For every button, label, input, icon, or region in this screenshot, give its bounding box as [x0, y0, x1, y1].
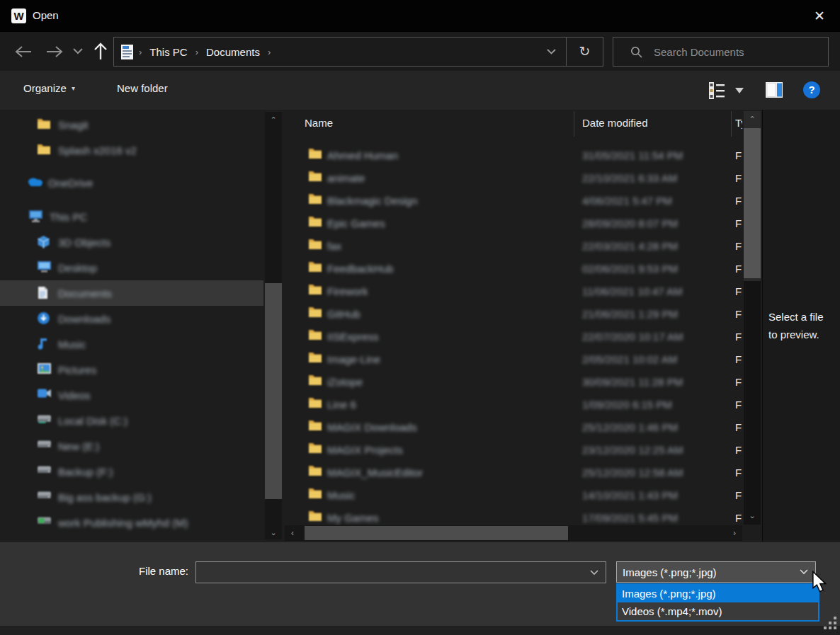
sidebar-item-label: 3D Objects — [58, 236, 110, 248]
file-row[interactable]: Epic Games28/09/2020 8:07 PMFile folder — [285, 212, 742, 235]
column-header-date-modified[interactable]: Date modified — [582, 117, 648, 129]
file-row[interactable]: Firework11/06/2021 10:47 AMFile folder — [285, 280, 742, 303]
preview-pane: Select a file to preview. — [762, 110, 840, 542]
file-row[interactable]: fax22/03/2021 4:28 PMFile folder — [285, 235, 742, 258]
file-row[interactable]: Ahmed Human31/05/2021 11:54 PMFile folde… — [285, 144, 742, 167]
sidebar-item-new-e[interactable]: New (E:) — [0, 433, 263, 459]
sidebar-item-this-pc[interactable]: This PC — [0, 204, 263, 229]
forward-icon[interactable] — [45, 44, 64, 59]
search-placeholder: Search Documents — [654, 46, 744, 58]
breadcrumb-this-pc[interactable]: This PC — [147, 46, 190, 58]
sidebar-scrollbar[interactable]: ⌃ ⌄ — [265, 112, 282, 539]
file-row[interactable]: Music14/10/2021 1:43 PMFile folder — [285, 484, 742, 507]
sidebar-item-documents[interactable]: Documents — [0, 280, 263, 306]
file-type-option[interactable]: Images (*.png;*.jpg) — [618, 585, 818, 602]
folder-icon — [308, 487, 322, 500]
type-cell: File folder — [735, 172, 742, 184]
type-cell: File folder — [735, 512, 742, 524]
help-icon[interactable]: ? — [803, 81, 820, 98]
file-name-cell: MAGIX_MusicEditor — [327, 467, 423, 479]
sidebar-scrollbar-thumb[interactable] — [265, 283, 282, 499]
sidebar-item-splash-x2016-v2[interactable]: Splash x2016 v2 — [0, 137, 263, 163]
up-icon[interactable] — [93, 42, 108, 57]
back-icon[interactable] — [14, 44, 33, 59]
date-modified-cell: 25/12/2020 12:58 AM — [582, 467, 683, 479]
organize-button[interactable]: Organize▾ — [23, 82, 75, 94]
views-caret-icon[interactable] — [735, 88, 744, 93]
sidebar-item-local-disk-c[interactable]: Local Disk (C:) — [0, 408, 263, 433]
sidebar-item-onedrive[interactable]: OneDrive — [0, 170, 263, 195]
horizontal-scrollbar[interactable]: ‹ › — [285, 525, 742, 541]
file-name-cell: FeedbackHub — [327, 263, 393, 275]
type-cell: File folder — [735, 149, 742, 161]
command-toolbar: Organize▾ New folder ? — [0, 71, 840, 110]
sidebar-item-label: Pictures — [58, 364, 96, 376]
scroll-down-icon[interactable]: ⌄ — [744, 509, 761, 522]
sidebar-item-label: Documents — [58, 287, 112, 299]
sidebar-item-label: Splash x2016 v2 — [58, 144, 137, 156]
horizontal-scrollbar-thumb[interactable] — [305, 526, 568, 540]
file-name-input[interactable] — [195, 561, 606, 583]
folder-tree-sidebar: SnagitSplash x2016 v2OneDriveThis PC3D O… — [0, 110, 283, 542]
sidebar-item-desktop[interactable]: Desktop — [0, 255, 263, 280]
address-dropdown-chevron-icon[interactable] — [547, 49, 556, 55]
date-modified-cell: 31/05/2021 11:54 PM — [582, 149, 683, 161]
breadcrumb-chevron-icon: › — [191, 47, 203, 57]
file-row[interactable]: FeedbackHub02/06/2021 9:53 PMFile folder — [285, 258, 742, 280]
sidebar-item-3d-objects[interactable]: 3D Objects — [0, 229, 263, 255]
file-name-cell: MAGIX Downloads — [327, 421, 417, 433]
address-bar[interactable]: › This PC › Documents › — [113, 37, 567, 67]
file-name-cell: Blackmagic Design — [327, 195, 418, 207]
sidebar-item-pictures[interactable]: Pictures — [0, 357, 263, 382]
sidebar-item-snagit[interactable]: Snagit — [0, 112, 263, 137]
sidebar-item-downloads[interactable]: Downloads — [0, 306, 263, 331]
preview-pane-icon[interactable] — [765, 81, 783, 98]
breadcrumb-documents[interactable]: Documents — [203, 46, 263, 58]
sidebar-item-music[interactable]: Music — [0, 331, 263, 357]
column-header-type[interactable]: Type — [735, 117, 742, 129]
refresh-button[interactable]: ↻ — [567, 37, 603, 67]
resize-grip[interactable] — [824, 617, 836, 629]
file-row[interactable]: Blackmagic Design4/06/2021 5:47 PMFile f… — [285, 190, 742, 212]
breadcrumb-chevron-icon: › — [134, 47, 147, 57]
file-name-history-chevron-icon[interactable] — [590, 570, 598, 576]
column-header-row: ⌃ Name Date modified Type — [285, 110, 742, 138]
sidebar-item-label: OneDrive — [48, 177, 93, 189]
new-folder-button[interactable]: New folder — [117, 82, 168, 94]
column-divider[interactable] — [574, 111, 574, 137]
file-list-scrollbar[interactable]: ⌃ ⌄ — [744, 111, 761, 525]
scroll-up-icon[interactable]: ⌃ — [744, 113, 761, 125]
file-row[interactable]: animate22/10/2021 6:33 AMFile folder — [285, 167, 742, 190]
search-box[interactable]: Search Documents — [613, 37, 829, 67]
file-row[interactable]: GitHub21/06/2021 1:29 PMFile folder — [285, 303, 742, 326]
sidebar-item-backup-f[interactable]: Backup (F:) — [0, 459, 263, 484]
file-row[interactable]: MAGIX_MusicEditor25/12/2020 12:58 AMFile… — [285, 462, 742, 484]
column-header-name[interactable]: Name — [305, 117, 333, 129]
file-row[interactable]: MAGIX Downloads25/12/2020 1:46 PMFile fo… — [285, 416, 742, 439]
box3d-icon — [37, 235, 52, 249]
scroll-right-icon[interactable]: › — [728, 525, 741, 541]
file-name-cell: Line 6 — [327, 399, 356, 411]
file-row[interactable]: MAGIX Projects23/12/2020 12:25 AMFile fo… — [285, 439, 742, 462]
scroll-down-icon[interactable]: ⌄ — [265, 526, 282, 539]
type-cell: File folder — [735, 444, 742, 456]
sidebar-item-work-publishing-wmyhd-m[interactable]: work Publishing wMyhd (M) — [0, 510, 263, 535]
scroll-up-icon[interactable]: ⌃ — [265, 113, 282, 126]
file-name-cell: IISExpress — [327, 331, 379, 343]
file-row[interactable]: Line 61/09/2020 6:15 PMFile folder — [285, 394, 742, 416]
sidebar-item-videos[interactable]: Videos — [0, 382, 263, 408]
folder-icon — [308, 261, 322, 274]
file-type-option[interactable]: Videos (*.mp4;*.mov) — [618, 602, 818, 620]
scroll-left-icon[interactable]: ‹ — [286, 525, 299, 541]
sidebar-item-big-ass-backup-g[interactable]: Big ass backup (G:) — [0, 484, 263, 510]
views-button[interactable] — [708, 81, 725, 100]
file-row[interactable]: iZotope30/09/2021 11:28 PMFile folder — [285, 371, 742, 394]
recent-locations-chevron-icon[interactable] — [73, 48, 83, 64]
file-list-scrollbar-thumb[interactable] — [744, 128, 761, 278]
column-divider[interactable] — [731, 111, 732, 137]
file-row[interactable]: IISExpress22/07/2020 10:17 AMFile folder — [285, 326, 742, 348]
close-icon[interactable]: ✕ — [807, 6, 832, 27]
file-row[interactable]: Image-Line2/05/2021 10:02 AMFile folder — [285, 348, 742, 371]
date-modified-cell: 2/05/2021 10:02 AM — [582, 353, 677, 365]
file-type-select[interactable]: Images (*.png;*.jpg) — [616, 561, 816, 583]
